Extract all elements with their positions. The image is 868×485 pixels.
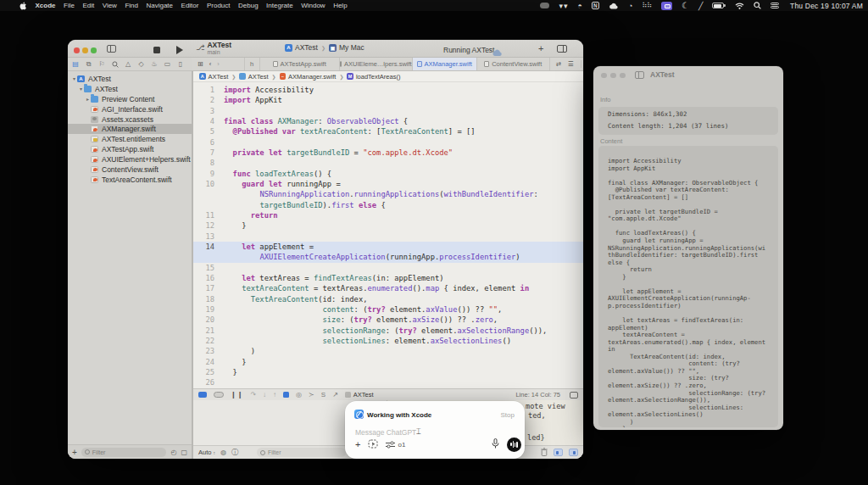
show-variables-toggle[interactable] — [554, 449, 563, 456]
menu-item-xcode[interactable]: Xcode — [36, 2, 56, 9]
jump-bar-item-axtest[interactable]: AXTest — [239, 73, 268, 81]
file-tree-item-assets-xcassets[interactable]: Assets.xcassets — [68, 114, 192, 125]
jump-bar-item-loadtextareas-[interactable]: MloadTextAreas() — [347, 73, 400, 81]
menu-item-product[interactable]: Product — [207, 2, 231, 9]
menu-clock[interactable]: Thu Dec 19 10:07 AM — [790, 2, 863, 10]
panel-sidebar-icon[interactable] — [635, 71, 644, 79]
chatgpt-screenshare-button[interactable] — [368, 437, 378, 452]
code-area[interactable]: 1import Accessibility2import AppKit34fin… — [193, 83, 583, 388]
file-tree-item-contentview-swift[interactable]: ContentView.swift — [68, 164, 192, 175]
file-tree-item-axtest-entitlements[interactable]: AXTest.entitlements — [68, 134, 192, 144]
view-debugger-button[interactable] — [283, 392, 289, 398]
camera-icon[interactable] — [540, 0, 549, 11]
menu-item-edit[interactable]: Edit — [82, 2, 94, 9]
scm-status-icon[interactable]: ▢ — [181, 449, 187, 456]
navigator-filter-field[interactable]: Filter — [81, 448, 167, 457]
microphone-icon[interactable] — [492, 437, 499, 452]
step-over-icon[interactable]: ↷ — [250, 391, 256, 399]
close-button-inactive[interactable] — [601, 73, 607, 79]
project-branch[interactable]: ⎇ AXTest main — [196, 42, 231, 56]
tab-overview-icon[interactable]: ⊞ — [198, 60, 203, 68]
control-center-icon[interactable] — [771, 0, 779, 11]
moon-icon[interactable]: ☾ — [682, 0, 689, 11]
issue-navigator-icon[interactable]: △ — [125, 61, 131, 68]
editor-layout-button[interactable] — [557, 45, 567, 53]
file-tree-item-axmanager-swift[interactable]: AXManager.swift — [68, 124, 192, 134]
file-tree-item-axtest[interactable]: ▾AXTest — [68, 84, 192, 94]
wifi-icon[interactable] — [735, 0, 744, 11]
minimap-icon[interactable]: ☰ — [568, 60, 574, 68]
disclosure-icon[interactable]: ▾ — [78, 86, 84, 92]
activity-status[interactable]: Running AXTest — [443, 46, 494, 54]
dots-icon[interactable]: ▾▾ — [559, 0, 568, 11]
editor-tab-axuieleme-lpers-swift[interactable]: AXUIEleme…lpers.swift — [339, 58, 412, 70]
timer-icon[interactable]: ◔ — [628, 0, 632, 11]
menu-item-editor[interactable]: Editor — [181, 2, 199, 9]
zoom-button[interactable] — [91, 47, 97, 53]
menu-item-window[interactable]: Window — [301, 2, 325, 9]
hide-debug-area-button[interactable] — [198, 392, 207, 398]
add-button[interactable]: + — [538, 43, 543, 53]
jump-bar-item-axmanager-swift[interactable]: ~AXManager.swift — [280, 73, 337, 81]
editor-tab-contentview-swift[interactable]: ContentView.swift — [476, 58, 549, 70]
file-tree-item-axuielement-helpers-swift[interactable]: AXUIElement+Helpers.swift — [68, 154, 192, 164]
step-into-icon[interactable]: ↓ — [263, 391, 266, 399]
project-navigator-icon[interactable]: ▤ — [72, 61, 79, 68]
minimize-button-inactive[interactable] — [610, 73, 616, 79]
menu-item-debug[interactable]: Debug — [238, 2, 259, 9]
file-tree-item-preview-content[interactable]: ▸Preview Content — [68, 94, 192, 104]
console-filter-field[interactable]: Filter — [257, 448, 346, 457]
scheme-selector[interactable]: A AXTest ❯ ▣ My Mac — [285, 43, 364, 52]
add-file-button[interactable]: + — [72, 448, 77, 457]
add-editor-icon[interactable]: ◫ — [581, 60, 583, 68]
close-button[interactable] — [74, 47, 80, 53]
menu-item-navigate[interactable]: Navigate — [146, 2, 173, 9]
location-icon[interactable]: S — [321, 391, 326, 399]
chatgpt-stop-button[interactable]: Stop — [501, 411, 515, 419]
notion-icon[interactable]: N — [592, 0, 599, 11]
memory-graph-icon[interactable]: ◎ — [296, 391, 302, 399]
editor-tab-h[interactable]: h — [244, 58, 259, 70]
debug-process[interactable]: AXTest — [345, 391, 374, 399]
step-out-icon[interactable]: ↑ — [273, 391, 276, 399]
code-review-icon[interactable]: ⇄ — [556, 60, 561, 68]
jump-bar-item-axtest[interactable]: AAXTest — [199, 73, 228, 81]
chatgpt-attach-button[interactable]: + — [355, 439, 360, 449]
minimize-button[interactable] — [82, 47, 88, 53]
menu-item-integrate[interactable]: Integrate — [266, 2, 293, 9]
find-navigator-icon[interactable] — [112, 61, 119, 68]
file-tree-item-textareacontent-swift[interactable]: TextAreaContent.swift — [68, 175, 192, 185]
menu-item-view[interactable]: View — [103, 2, 117, 9]
simulate-location-icon[interactable]: ↗ — [332, 391, 338, 399]
apple-menu-icon[interactable] — [19, 2, 27, 10]
show-console-toggle[interactable] — [569, 449, 578, 456]
voice-mode-button[interactable] — [507, 438, 521, 452]
environment-overrides-icon[interactable]: ≻ — [309, 391, 314, 399]
eye-icon[interactable]: ◍ — [220, 449, 226, 456]
grid-icon[interactable]: ⠷⠷ — [642, 0, 652, 11]
test-navigator-icon[interactable]: ◇ — [138, 61, 145, 68]
file-tree-item-axtest[interactable]: ▾AXTest — [68, 74, 192, 84]
zoom-button-inactive[interactable] — [620, 73, 626, 79]
screen-mirroring-icon[interactable] — [661, 0, 672, 11]
file-tree-item-axtestapp-swift[interactable]: AXTestApp.swift — [68, 144, 192, 154]
forward-icon[interactable]: › — [217, 60, 220, 68]
breakpoint-navigator-icon[interactable]: ▭ — [164, 61, 171, 68]
cloud-icon[interactable] — [609, 0, 619, 11]
editor-tab-axmanager-swift[interactable]: AXManager.swift — [412, 58, 476, 70]
trash-icon[interactable] — [541, 448, 548, 458]
editor-tab-axtestapp-swift[interactable]: AXTestApp.swift — [259, 58, 339, 70]
search-icon[interactable] — [754, 0, 761, 11]
menu-item-find[interactable]: Find — [125, 2, 138, 9]
pencil-icon[interactable]: ╱ — [698, 0, 703, 11]
info-icon[interactable]: ⓘ — [231, 448, 238, 457]
menu-item-file[interactable]: File — [64, 2, 75, 9]
variables-mode[interactable]: Auto ↕ — [198, 449, 215, 456]
chatgpt-model-label[interactable]: o1 — [398, 441, 405, 449]
editor-mode-icon[interactable] — [570, 392, 578, 399]
chatgpt-tools-button[interactable]: o1 — [386, 441, 405, 449]
stop-button[interactable] — [153, 47, 160, 53]
disclosure-icon[interactable]: ▾ — [71, 75, 77, 81]
globe-icon[interactable]: ◓ — [578, 0, 582, 11]
chatgpt-input[interactable]: Message ChatGPT — [355, 428, 416, 437]
